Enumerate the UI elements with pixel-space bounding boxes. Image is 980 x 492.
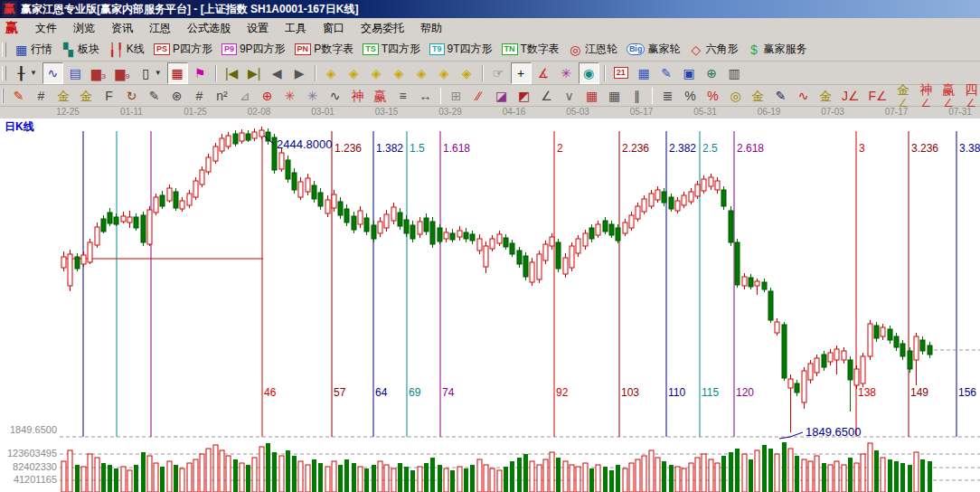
gann-web-gray-button[interactable]: ✳ bbox=[302, 85, 323, 107]
crosshair-tool-button[interactable]: + bbox=[511, 62, 532, 84]
angle-fan-button[interactable]: ∠ bbox=[536, 85, 557, 107]
gold-angle-2-button[interactable]: 金∠ bbox=[893, 85, 914, 107]
set-square-button[interactable]: ⊿ bbox=[234, 85, 255, 107]
f-angle-button[interactable]: F∠ bbox=[865, 85, 891, 107]
app-logo-icon-small[interactable]: 赢 bbox=[5, 20, 18, 36]
parallel-channel-button[interactable]: ∥ bbox=[627, 85, 647, 107]
gann-web-red-button[interactable]: ✳ bbox=[279, 85, 300, 107]
diamond-nav-3-button[interactable]: ◈ bbox=[366, 62, 387, 84]
j-angle-button[interactable]: J∠ bbox=[838, 85, 863, 107]
gold-square-1-button[interactable]: 金 bbox=[53, 85, 74, 107]
kline-style-dropdown[interactable]: ╂▼ bbox=[11, 62, 41, 84]
yingjia-angle-button[interactable]: 赢∠ bbox=[938, 85, 959, 107]
menu-item-9[interactable]: 帮助 bbox=[412, 19, 450, 38]
notes-button[interactable]: ✎ bbox=[656, 62, 677, 84]
circle-divisions-button[interactable]: ⊛ bbox=[166, 85, 187, 107]
gann-comb-1-button[interactable]: # bbox=[31, 85, 52, 107]
menu-item-8[interactable]: 交易委托 bbox=[353, 19, 412, 38]
width-measure-button[interactable]: ↔ bbox=[415, 85, 436, 107]
grid-box-button[interactable]: ▦ bbox=[604, 85, 625, 107]
save-button[interactable]: ▣ bbox=[679, 62, 700, 84]
cycle-finder-button[interactable]: ◉ bbox=[579, 62, 599, 84]
diamond-nav-6-button[interactable]: ◈ bbox=[434, 62, 455, 84]
mini-chart-3-button[interactable]: ▆₃ bbox=[88, 62, 109, 84]
wave-count-button[interactable]: ∿ bbox=[325, 85, 345, 107]
network-button[interactable]: ⊕ bbox=[702, 62, 722, 84]
gold-lines-1-button[interactable]: 金 bbox=[748, 85, 768, 107]
menu-item-4[interactable]: 公式选股 bbox=[179, 19, 239, 38]
gold-circle-button[interactable]: ◎ bbox=[725, 85, 746, 107]
n-square-button[interactable]: n² bbox=[212, 85, 232, 107]
si-angle-button[interactable]: 四∠ bbox=[961, 85, 980, 107]
title-bar[interactable]: 赢 赢家江恩专业版[赢家内部服务平台] - [上证指数 SH1A0001-167… bbox=[0, 0, 980, 18]
percent-lines-button[interactable]: % bbox=[702, 85, 723, 107]
p-square-button[interactable]: PSP四方形 bbox=[150, 39, 216, 61]
nav-first-button[interactable]: |◀ bbox=[221, 62, 242, 84]
price-ruler-button[interactable]: ≡ bbox=[392, 85, 413, 107]
pattern-overlay-button[interactable]: ∿ bbox=[42, 62, 63, 84]
gann-comb-2-button[interactable]: # bbox=[189, 85, 210, 107]
winner-service-button[interactable]: $赢家服务 bbox=[743, 39, 810, 61]
color-flag-button[interactable]: ⚑ bbox=[190, 62, 211, 84]
menu-item-0[interactable]: 文件 bbox=[27, 19, 65, 38]
p-table-button[interactable]: PNP数字表 bbox=[291, 39, 358, 61]
gann-wheel-button[interactable]: ◎江恩轮 bbox=[565, 39, 621, 61]
winner-wheel-button[interactable]: Big赢家轮 bbox=[623, 39, 684, 61]
t-square-button[interactable]: TST四方形 bbox=[359, 39, 424, 61]
t-table-button[interactable]: TNT数字表 bbox=[498, 39, 563, 61]
quotes-button[interactable]: ▦行情 bbox=[11, 39, 56, 61]
sectors-button[interactable]: ▚板块 bbox=[58, 39, 103, 61]
ray-fan-button[interactable]: ∕∕ bbox=[468, 85, 489, 107]
menu-item-6[interactable]: 工具 bbox=[277, 19, 315, 38]
kline-button[interactable]: ╽╿K线 bbox=[105, 39, 148, 61]
yingjia-square-button[interactable]: 赢 bbox=[370, 85, 391, 107]
wave-lines-button[interactable]: ∿ bbox=[793, 85, 814, 107]
nav-next-button[interactable]: ▶ bbox=[289, 62, 310, 84]
menu-item-5[interactable]: 设置 bbox=[239, 19, 277, 38]
diamond-nav-5-button[interactable]: ◈ bbox=[411, 62, 432, 84]
spiral-tool-button[interactable]: ↻ bbox=[121, 85, 142, 107]
angle-measure-button[interactable]: ∡ bbox=[533, 62, 554, 84]
toolbar-grip[interactable] bbox=[2, 66, 6, 80]
menu-item-2[interactable]: 资讯 bbox=[103, 19, 141, 38]
red-grid-tool-button[interactable]: ▦ bbox=[167, 62, 188, 84]
diamond-nav-1-button[interactable]: ◈ bbox=[321, 62, 342, 84]
diamond-nav-4-button[interactable]: ◈ bbox=[389, 62, 410, 84]
chart-canvas[interactable]: 日K线461.236571.382641.5691.618742922.2361… bbox=[0, 118, 980, 492]
fan-box-purple-button[interactable]: ◪ bbox=[491, 85, 512, 107]
p9-square-button[interactable]: P99P四方形 bbox=[218, 39, 289, 61]
info-panel-button[interactable]: ▤ bbox=[65, 62, 86, 84]
marker-pen-button[interactable]: ✎ bbox=[144, 85, 165, 107]
diamond-nav-7-button[interactable]: ◈ bbox=[457, 62, 477, 84]
gold-square-2-button[interactable]: 金 bbox=[76, 85, 97, 107]
toolbar-grip[interactable] bbox=[2, 89, 4, 103]
thin-candle-dropdown[interactable]: ▯▼ bbox=[136, 62, 165, 84]
shen-angle-button[interactable]: 神∠ bbox=[916, 85, 937, 107]
draw-pen-button[interactable]: ✎ bbox=[8, 85, 29, 107]
ink-tool-button[interactable]: ✎ bbox=[770, 85, 791, 107]
percent-tool-button[interactable]: % bbox=[680, 85, 701, 107]
gann-compass-button[interactable]: ⊕ bbox=[257, 85, 278, 107]
gold-angle-1-button[interactable]: 金 bbox=[815, 85, 836, 107]
box-frame-button[interactable]: ⊞ bbox=[446, 85, 466, 107]
menu-item-7[interactable]: 窗口 bbox=[315, 19, 353, 38]
price-scale-tool-button[interactable]: ≣ bbox=[657, 85, 678, 107]
menu-item-1[interactable]: 浏览 bbox=[65, 19, 103, 38]
hexagon-button[interactable]: ◇六角形 bbox=[685, 39, 741, 61]
remote-pc-button[interactable]: ▥ bbox=[724, 62, 745, 84]
v-lines-button[interactable]: ∨ bbox=[559, 85, 580, 107]
mini-chart-9-button[interactable]: ▆₉ bbox=[111, 62, 133, 84]
t9-square-button[interactable]: T99T四方形 bbox=[426, 39, 496, 61]
hand-tool-button[interactable]: ☞ bbox=[488, 62, 509, 84]
f-square-button[interactable]: F bbox=[99, 85, 119, 107]
grid-red-button[interactable]: ▦ bbox=[581, 85, 602, 107]
nav-last-button[interactable]: ▶| bbox=[244, 62, 265, 84]
nav-prev-button[interactable]: ◀ bbox=[267, 62, 287, 84]
fan-box-red-button[interactable]: ◩ bbox=[514, 85, 534, 107]
diamond-nav-2-button[interactable]: ◈ bbox=[344, 62, 364, 84]
purple-web-button[interactable]: ✳ bbox=[556, 62, 577, 84]
toolbar-grip[interactable] bbox=[2, 43, 6, 57]
menu-item-3[interactable]: 江恩 bbox=[141, 19, 179, 38]
calculator-button[interactable]: ▦ bbox=[634, 62, 655, 84]
shen-square-button[interactable]: 神 bbox=[347, 85, 368, 107]
